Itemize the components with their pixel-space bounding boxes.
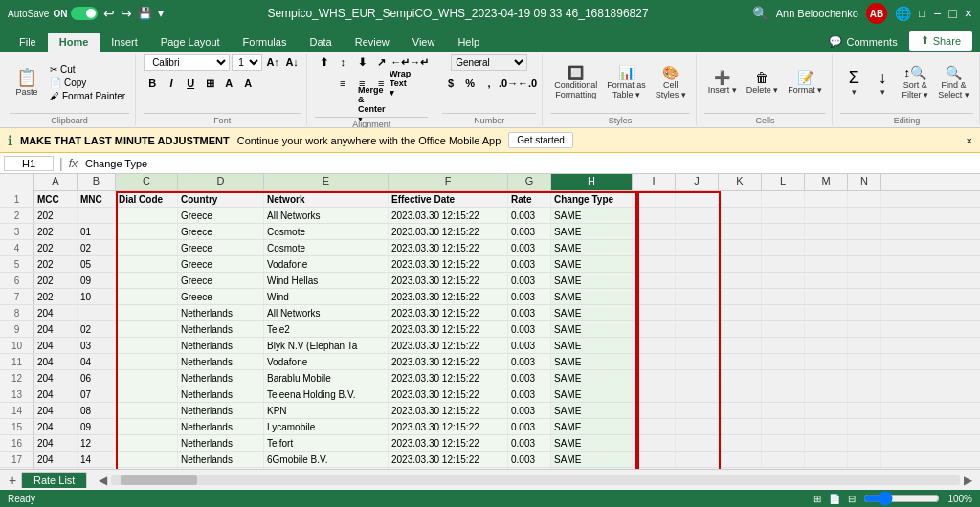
- cell-A14[interactable]: 204: [34, 403, 78, 418]
- cell-J17[interactable]: [676, 452, 719, 467]
- col-header-N[interactable]: N: [848, 174, 881, 190]
- cell-G16[interactable]: 0.003: [508, 435, 551, 451]
- tab-page-layout[interactable]: Page Layout: [149, 33, 232, 52]
- col-header-M[interactable]: M: [805, 174, 848, 190]
- cell-D11[interactable]: Netherlands: [178, 354, 264, 369]
- cell-A8[interactable]: 204: [34, 305, 78, 320]
- cell-C17[interactable]: [116, 452, 178, 467]
- cell-E12[interactable]: Barablu Mobile: [264, 370, 389, 386]
- cell-F12[interactable]: 2023.03.30 12:15:22: [389, 370, 508, 386]
- cell-C10[interactable]: [116, 338, 178, 353]
- cell-B2[interactable]: [78, 208, 116, 223]
- cell-B4[interactable]: 02: [78, 240, 116, 255]
- cell-C1[interactable]: Dial Code: [116, 191, 178, 207]
- quick-save-icon[interactable]: 💾: [138, 7, 152, 20]
- cell-C2[interactable]: [116, 208, 178, 223]
- cell-L2[interactable]: [762, 208, 805, 223]
- decimal-inc-button[interactable]: .0→: [500, 75, 517, 92]
- cell-H15[interactable]: SAME: [551, 419, 633, 434]
- cell-A15[interactable]: 204: [34, 419, 78, 434]
- cell-N5[interactable]: [848, 256, 881, 272]
- cell-I1[interactable]: [633, 191, 676, 207]
- cell-C12[interactable]: [116, 370, 178, 386]
- cell-C18[interactable]: [116, 468, 178, 469]
- cell-K14[interactable]: [719, 403, 762, 418]
- currency-button[interactable]: $: [442, 75, 459, 92]
- cell-D10[interactable]: Netherlands: [178, 338, 264, 353]
- percent-button[interactable]: %: [461, 75, 479, 92]
- cell-G4[interactable]: 0.003: [508, 240, 551, 255]
- col-header-C[interactable]: C: [116, 174, 178, 190]
- cell-K17[interactable]: [719, 452, 762, 467]
- cell-A13[interactable]: 204: [34, 386, 78, 402]
- cell-M11[interactable]: [805, 354, 848, 369]
- text-direction-button[interactable]: ↗: [372, 54, 390, 71]
- cell-E9[interactable]: Tele2: [264, 321, 389, 337]
- format-painter-button[interactable]: 🖌 Format Painter: [46, 90, 129, 102]
- cell-L14[interactable]: [762, 403, 805, 418]
- cell-C14[interactable]: [116, 403, 178, 418]
- cell-D5[interactable]: Greece: [178, 256, 264, 272]
- cell-I8[interactable]: [633, 305, 676, 320]
- cell-E6[interactable]: Wind Hellas: [264, 273, 389, 288]
- align-middle-button[interactable]: ↕: [334, 54, 351, 71]
- underline-button[interactable]: U: [182, 75, 199, 92]
- cell-G2[interactable]: 0.003: [508, 208, 551, 223]
- cell-J3[interactable]: [676, 224, 719, 239]
- cell-B1[interactable]: MNC: [78, 191, 116, 207]
- cell-styles-button[interactable]: 🎨 CellStyles ▾: [652, 64, 690, 101]
- ribbon-display-icon[interactable]: □: [919, 7, 925, 20]
- sheet-view-layout[interactable]: 📄: [829, 494, 840, 504]
- align-left-button[interactable]: ≡: [334, 75, 351, 92]
- search-icon[interactable]: 🔍: [752, 6, 768, 21]
- cell-E18[interactable]: T-Mobile: [264, 468, 389, 469]
- cell-B9[interactable]: 02: [78, 321, 116, 337]
- cell-K1[interactable]: [719, 191, 762, 207]
- find-select-button[interactable]: 🔍 Find &Select ▾: [934, 64, 973, 101]
- cell-G13[interactable]: 0.003: [508, 386, 551, 402]
- font-color-button[interactable]: A: [239, 75, 256, 92]
- cell-A11[interactable]: 204: [34, 354, 78, 369]
- redo-icon[interactable]: ↪: [121, 6, 132, 21]
- cell-F1[interactable]: Effective Date: [389, 191, 508, 207]
- cell-K2[interactable]: [719, 208, 762, 223]
- cell-B17[interactable]: 14: [78, 452, 116, 467]
- cell-B3[interactable]: 01: [78, 224, 116, 239]
- align-bottom-button[interactable]: ⬇: [353, 54, 370, 71]
- col-header-I[interactable]: I: [633, 174, 676, 190]
- cell-M2[interactable]: [805, 208, 848, 223]
- cell-I6[interactable]: [633, 273, 676, 288]
- cell-F8[interactable]: 2023.03.30 12:15:22: [389, 305, 508, 320]
- cell-H9[interactable]: SAME: [551, 321, 633, 337]
- cell-J16[interactable]: [676, 435, 719, 451]
- cell-J13[interactable]: [676, 386, 719, 402]
- cell-K5[interactable]: [719, 256, 762, 272]
- cell-L4[interactable]: [762, 240, 805, 255]
- decimal-dec-button[interactable]: ←.0: [519, 75, 536, 92]
- cell-L5[interactable]: [762, 256, 805, 272]
- cell-K11[interactable]: [719, 354, 762, 369]
- fill-color-button[interactable]: A: [220, 75, 237, 92]
- comments-button[interactable]: 💬 Comments: [817, 32, 908, 52]
- cell-D3[interactable]: Greece: [178, 224, 264, 239]
- cell-G1[interactable]: Rate: [508, 191, 551, 207]
- cell-G7[interactable]: 0.003: [508, 289, 551, 304]
- cell-N12[interactable]: [848, 370, 881, 386]
- cell-G12[interactable]: 0.003: [508, 370, 551, 386]
- cell-F17[interactable]: 2023.03.30 12:15:22: [389, 452, 508, 467]
- cell-G5[interactable]: 0.003: [508, 256, 551, 272]
- cell-G15[interactable]: 0.003: [508, 419, 551, 434]
- cell-M1[interactable]: [805, 191, 848, 207]
- cell-C15[interactable]: [116, 419, 178, 434]
- cell-N9[interactable]: [848, 321, 881, 337]
- cell-A10[interactable]: 204: [34, 338, 78, 353]
- cell-H5[interactable]: SAME: [551, 256, 633, 272]
- sort-filter-button[interactable]: ↕🔍 Sort &Filter ▾: [898, 64, 932, 101]
- cell-I17[interactable]: [633, 452, 676, 467]
- cell-D13[interactable]: Netherlands: [178, 386, 264, 402]
- cell-E15[interactable]: Lycamobile: [264, 419, 389, 434]
- cell-E17[interactable]: 6Gmobile B.V.: [264, 452, 389, 467]
- cell-I12[interactable]: [633, 370, 676, 386]
- cell-F3[interactable]: 2023.03.30 12:15:22: [389, 224, 508, 239]
- cell-D1[interactable]: Country: [178, 191, 264, 207]
